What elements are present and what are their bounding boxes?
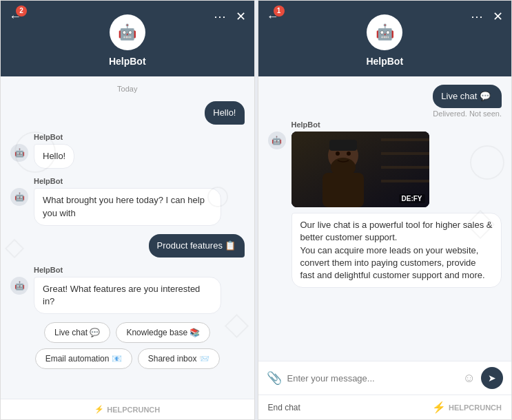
left-header: ← 2 ⋯ ✕ 🤖 HelpBot	[1, 1, 254, 76]
bot-message-row-2: 🤖 HelpBot What brought you here today? I…	[10, 177, 245, 225]
bot-bubble-3: Great! What features are you interested …	[34, 277, 221, 314]
user-bubble: Hello!	[205, 101, 244, 125]
bot-sender-3: HelpBot	[34, 266, 221, 274]
close-icon-left[interactable]: ✕	[236, 9, 246, 24]
selected-reply-content: Product features 📋	[149, 234, 245, 258]
bot-bubble-1: Hello!	[34, 144, 74, 169]
bot-avatar-right: 🤖	[268, 132, 286, 149]
chat-body-left: Today Hello! 🤖 HelpBot Hello! 🤖 HelpBo	[1, 76, 254, 399]
selected-reply-row: Product features 📋	[10, 234, 245, 258]
svg-point-11	[347, 151, 351, 156]
gif-image: DE:FY	[291, 132, 429, 207]
footer-brand-right: HELPCRUNCH	[449, 403, 502, 412]
svg-rect-7	[329, 140, 357, 151]
close-icon-right[interactable]: ✕	[493, 9, 503, 24]
back-button-right[interactable]: ← 1	[267, 10, 279, 24]
bot-avatar-3: 🤖	[10, 277, 28, 295]
menu-icon-right[interactable]: ⋯	[471, 9, 483, 24]
user-livechat-row: Live chat 💬 Delivered. Not seen.	[268, 85, 502, 118]
svg-rect-5	[381, 180, 429, 182]
user-livechat-content: Live chat 💬 Delivered. Not seen.	[433, 85, 502, 118]
bot-icon-right: 🤖	[376, 23, 394, 41]
message-input-row: 📎 ☺ ➤	[258, 361, 512, 395]
notification-badge-left: 2	[16, 6, 27, 17]
bot-message-content-3: HelpBot Great! What features are you int…	[34, 266, 221, 314]
message-input[interactable]	[287, 373, 458, 384]
left-chat-panel: ← 2 ⋯ ✕ 🤖 HelpBot Today	[0, 0, 255, 420]
delivered-status: Delivered. Not seen.	[433, 109, 502, 118]
bot-message-row-3: 🤖 HelpBot Great! What features are you i…	[10, 266, 245, 314]
right-footer: End chat ⚡ HELPCRUNCH	[258, 395, 512, 419]
svg-rect-3	[381, 152, 429, 155]
footer-brand-left: HELPCRUNCH	[107, 406, 160, 414]
right-chat-panel: ← 1 ⋯ ✕ 🤖 HelpBot Live chat 💬	[258, 0, 513, 420]
svg-point-10	[336, 151, 340, 156]
svg-rect-9	[322, 173, 364, 207]
menu-icon-left[interactable]: ⋯	[214, 9, 226, 24]
bot-icon-left: 🤖	[118, 23, 136, 41]
user-livechat-bubble: Live chat 💬	[433, 85, 502, 108]
header-actions-left: ⋯ ✕	[214, 9, 246, 24]
notification-badge-right: 1	[274, 6, 285, 17]
right-header: ← 1 ⋯ ✕ 🤖 HelpBot	[258, 1, 512, 76]
bot-avatar-1: 🤖	[10, 144, 28, 162]
bot-name-right: HelpBot	[366, 56, 403, 67]
bot-description-bubble: Our live chat is a powerful tool for hig…	[291, 213, 502, 288]
svg-rect-2	[381, 138, 429, 141]
gif-watermark: DE:FY	[399, 194, 425, 203]
bot-message-content-2: HelpBot What brought you here today? I c…	[34, 177, 221, 225]
chat-body-right: Live chat 💬 Delivered. Not seen. 🤖 HelpB…	[258, 76, 512, 361]
send-arrow-icon: ➤	[488, 372, 496, 384]
emoji-icon[interactable]: ☺	[463, 371, 475, 386]
quick-reply-email-automation[interactable]: Email automation 📧	[35, 348, 132, 369]
left-footer: ⚡ HELPCRUNCH	[1, 399, 254, 419]
footer-logo-icon-left: ⚡	[94, 405, 104, 414]
back-button-left[interactable]: ← 2	[9, 10, 21, 24]
bot-message-row-1: 🤖 HelpBot Hello!	[10, 133, 245, 169]
bot-sender-1: HelpBot	[34, 133, 74, 141]
quick-reply-shared-inbox[interactable]: Shared inbox 📨	[138, 348, 220, 369]
quick-reply-live-chat[interactable]: Live chat 💬	[44, 322, 110, 343]
send-button[interactable]: ➤	[481, 367, 503, 389]
user-message-row: Hello!	[10, 101, 245, 125]
quick-reply-knowledge-base[interactable]: Knowledge base 📚	[116, 322, 210, 343]
bot-livechat-row: 🤖 HelpBot	[268, 120, 502, 288]
attach-icon[interactable]: 📎	[267, 370, 282, 386]
bot-sender-2: HelpBot	[34, 177, 221, 185]
bot-bubble-2: What brought you here today? I can help …	[34, 188, 221, 225]
bot-avatar-2: 🤖	[10, 188, 28, 206]
footer-logo-icon-right: ⚡	[432, 401, 446, 414]
bot-name-left: HelpBot	[109, 56, 146, 67]
user-message-content: Hello!	[205, 101, 244, 125]
bot-message-content-1: HelpBot Hello!	[34, 133, 74, 169]
bot-livechat-content: HelpBot	[291, 120, 502, 288]
selected-reply-bubble: Product features 📋	[149, 234, 245, 258]
quick-replies: Live chat 💬 Knowledge base 📚 Email autom…	[10, 322, 245, 369]
date-label: Today	[10, 85, 245, 93]
bot-sender-right: HelpBot	[291, 120, 502, 129]
end-chat-link[interactable]: End chat	[268, 403, 300, 412]
header-actions-right: ⋯ ✕	[471, 9, 503, 24]
svg-rect-4	[381, 166, 429, 169]
